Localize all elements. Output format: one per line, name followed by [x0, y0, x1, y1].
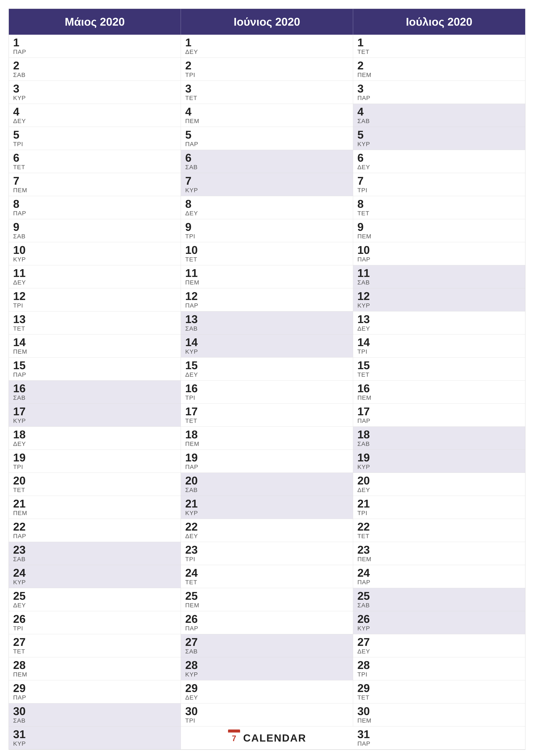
day-cell: 12ΤΡΙ — [9, 288, 181, 311]
logo-cell: 7 CALENDAR — [181, 726, 353, 749]
day-cell: 3ΚΥΡ — [9, 81, 181, 104]
day-number: 5 — [357, 129, 521, 140]
day-name: ΔΕΥ — [185, 371, 348, 378]
day-number: 28 — [357, 660, 521, 671]
day-cell: 24ΚΥΡ — [9, 565, 181, 588]
day-name: ΚΥΡ — [185, 671, 348, 678]
day-name: ΚΥΡ — [13, 94, 176, 101]
day-cell: 10ΚΥΡ — [9, 242, 181, 265]
day-number: 4 — [357, 106, 521, 117]
day-name: ΣΑΒ — [13, 556, 176, 563]
day-name: ΚΥΡ — [185, 187, 348, 194]
day-cell: 14ΤΡΙ — [353, 335, 525, 358]
day-name: ΠΕΜ — [357, 717, 521, 724]
day-number: 26 — [185, 613, 348, 625]
day-cell: 13ΣΑΒ — [181, 311, 353, 335]
day-cell: 17ΠΑΡ — [353, 404, 525, 427]
day-cell: 8ΔΕΥ — [181, 196, 353, 219]
day-cell: 5ΠΑΡ — [181, 127, 353, 150]
day-number: 31 — [357, 729, 521, 740]
day-number: 18 — [357, 429, 521, 440]
day-cell: 23ΣΑΒ — [9, 542, 181, 565]
day-cell: 25ΔΕΥ — [9, 588, 181, 611]
day-name: ΠΕΜ — [357, 71, 521, 78]
day-number: 10 — [13, 244, 176, 256]
day-name: ΣΑΒ — [357, 602, 521, 609]
day-number: 20 — [13, 475, 176, 486]
day-name: ΠΕΜ — [185, 602, 348, 609]
day-number: 9 — [185, 221, 348, 232]
day-number: 21 — [13, 498, 176, 509]
day-name: ΔΕΥ — [357, 648, 521, 655]
day-name: ΣΑΒ — [13, 394, 176, 401]
day-name: ΠΕΜ — [13, 187, 176, 194]
day-name: ΚΥΡ — [13, 579, 176, 586]
day-cell: 3ΠΑΡ — [353, 81, 525, 104]
day-cell: 4ΠΕΜ — [181, 104, 353, 127]
day-cell: 2ΤΡΙ — [181, 58, 353, 81]
day-cell: 21ΚΥΡ — [181, 496, 353, 519]
day-name: ΠΕΜ — [13, 510, 176, 517]
day-name: ΣΑΒ — [185, 487, 348, 494]
day-number: 14 — [357, 337, 521, 348]
day-name: ΚΥΡ — [185, 510, 348, 517]
day-number: 8 — [13, 198, 176, 209]
day-name: ΠΑΡ — [357, 740, 521, 747]
day-cell: 1ΤΕΤ — [353, 35, 525, 58]
day-number: 23 — [13, 544, 176, 555]
day-cell: 11ΠΕΜ — [181, 265, 353, 288]
day-cell: 30ΣΑΒ — [9, 703, 181, 726]
day-cell: 19ΤΡΙ — [9, 450, 181, 473]
day-number: 16 — [13, 383, 176, 394]
day-number: 14 — [185, 337, 348, 348]
day-cell: 20ΣΑΒ — [181, 473, 353, 496]
day-name: ΠΑΡ — [357, 418, 521, 424]
day-name: ΤΕΤ — [13, 487, 176, 494]
day-cell: 18ΣΑΒ — [353, 427, 525, 450]
day-cell: 5ΤΡΙ — [9, 127, 181, 150]
day-number: 12 — [185, 290, 348, 302]
month-header-2: Ιούλιος 2020 — [353, 9, 525, 35]
day-name: ΤΡΙ — [357, 348, 521, 355]
day-name: ΤΡΙ — [357, 671, 521, 678]
day-cell: 14ΠΕΜ — [9, 335, 181, 358]
day-name: ΤΡΙ — [185, 556, 348, 563]
day-number: 15 — [185, 360, 348, 371]
day-number: 19 — [13, 452, 176, 463]
day-cell: 3ΤΕΤ — [181, 81, 353, 104]
day-name: ΤΡΙ — [13, 302, 176, 309]
day-cell: 27ΔΕΥ — [353, 634, 525, 657]
day-name: ΠΕΜ — [185, 441, 348, 447]
day-number: 6 — [357, 152, 521, 163]
day-name: ΔΕΥ — [185, 694, 348, 701]
day-cell: 16ΣΑΒ — [9, 381, 181, 404]
day-cell: 13ΤΕΤ — [9, 311, 181, 335]
day-number: 13 — [185, 313, 348, 325]
day-number: 11 — [357, 267, 521, 279]
day-cell: 6ΔΕΥ — [353, 150, 525, 173]
day-name: ΣΑΒ — [13, 717, 176, 724]
day-name: ΠΑΡ — [357, 94, 521, 101]
day-cell: 10ΠΑΡ — [353, 242, 525, 265]
day-number: 10 — [185, 244, 348, 256]
day-cell: 29ΤΕΤ — [353, 680, 525, 703]
day-number: 3 — [185, 83, 348, 94]
day-cell: 26ΤΡΙ — [9, 611, 181, 634]
day-name: ΤΡΙ — [357, 510, 521, 517]
day-name: ΠΕΜ — [357, 233, 521, 240]
day-cell: 29ΠΑΡ — [9, 680, 181, 703]
day-number: 5 — [185, 129, 348, 140]
day-name: ΚΥΡ — [13, 418, 176, 424]
day-name: ΚΥΡ — [357, 302, 521, 309]
day-name: ΤΡΙ — [13, 625, 176, 632]
day-number: 8 — [357, 198, 521, 209]
day-cell: 13ΔΕΥ — [353, 311, 525, 335]
day-cell: 20ΔΕΥ — [353, 473, 525, 496]
day-cell: 11ΣΑΒ — [353, 265, 525, 288]
day-name: ΤΕΤ — [357, 694, 521, 701]
day-cell: 25ΠΕΜ — [181, 588, 353, 611]
day-number: 9 — [13, 221, 176, 232]
day-cell: 29ΔΕΥ — [181, 680, 353, 703]
day-name: ΠΕΜ — [13, 671, 176, 678]
day-name: ΣΑΒ — [185, 164, 348, 171]
